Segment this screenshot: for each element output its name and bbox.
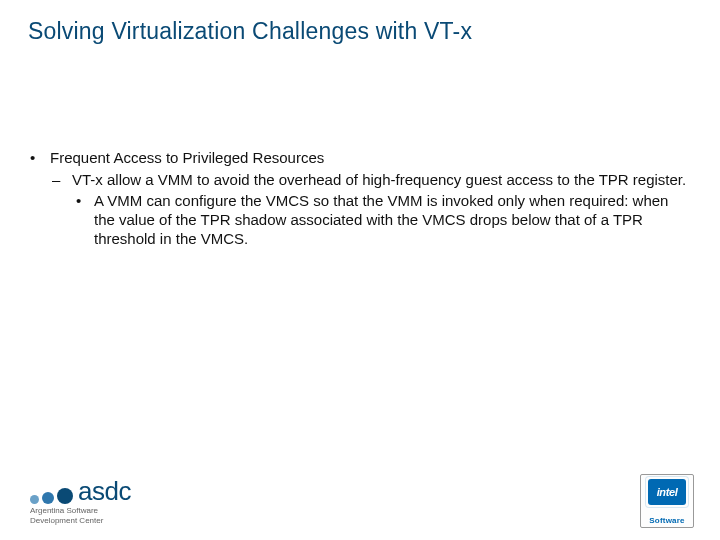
dot-icon [57,488,73,504]
list-item: A VMM can configure the VMCS so that the… [72,191,692,249]
slide-body: Frequent Access to Privileged Resources … [28,148,692,248]
intel-software-badge: intel Software [640,474,694,528]
bullet-list-lvl3: A VMM can configure the VMCS so that the… [72,191,692,249]
asdc-caption-line2: Development Center [30,516,103,525]
intel-logo-icon: intel [648,479,686,505]
bullet-text-lvl1: Frequent Access to Privileged Resources [50,149,324,166]
bullet-text-lvl3: A VMM can configure the VMCS so that the… [94,192,668,247]
asdc-logo: asdc Argentina Software Development Cent… [30,478,131,526]
dot-icon [30,495,39,504]
asdc-logo-mark: asdc [30,478,131,504]
intel-software-label: Software [649,516,684,525]
bullet-list-lvl1: Frequent Access to Privileged Resources … [28,148,692,248]
asdc-wordmark: asdc [78,478,131,504]
list-item: VT-x allow a VMM to avoid the overhead o… [50,170,692,249]
bullet-text-lvl2: VT-x allow a VMM to avoid the overhead o… [72,171,686,188]
intel-brand-text: intel [657,486,678,498]
asdc-caption: Argentina Software Development Center [30,506,131,526]
slide-title: Solving Virtualization Challenges with V… [28,18,692,44]
bullet-list-lvl2: VT-x allow a VMM to avoid the overhead o… [50,170,692,249]
asdc-caption-line1: Argentina Software [30,506,98,515]
slide: Solving Virtualization Challenges with V… [0,0,720,540]
list-item: Frequent Access to Privileged Resources … [28,148,692,248]
dot-icon [42,492,54,504]
slide-footer: asdc Argentina Software Development Cent… [0,458,720,540]
